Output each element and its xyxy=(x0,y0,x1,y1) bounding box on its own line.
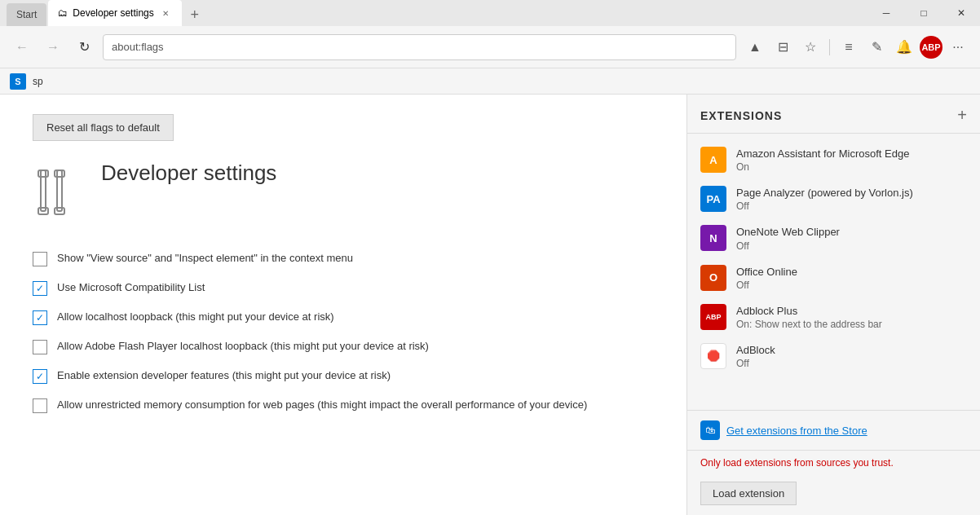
maximize-button[interactable]: □ xyxy=(905,0,942,26)
tab-developer-settings-label: Developer settings xyxy=(73,7,153,19)
cursor-icon[interactable]: ▲ xyxy=(743,35,767,59)
title-bar: Start 🗂 Developer settings ✕ + ─ □ ✕ xyxy=(0,0,980,26)
setting-item: Show "View source" and "Inspect element"… xyxy=(33,250,654,266)
extension-name-5: AdBlock xyxy=(736,343,967,358)
extension-item-2[interactable]: NOneNote Web ClipperOff xyxy=(687,218,980,258)
extension-item-4[interactable]: ABPAdblock PlusOn: Show next to the addr… xyxy=(687,297,980,337)
url-text: about:flags xyxy=(112,41,164,53)
back-button[interactable]: ← xyxy=(10,35,34,59)
svg-rect-4 xyxy=(55,170,64,177)
setting-label-unrestricted-memory[interactable]: Allow unrestricted memory consumption fo… xyxy=(57,397,587,413)
tab-developer-settings[interactable]: 🗂 Developer settings ✕ xyxy=(48,0,181,26)
abp-icon[interactable]: ABP xyxy=(920,36,942,59)
extensions-add-button[interactable]: + xyxy=(957,106,967,125)
extension-info-3: Office OnlineOff xyxy=(736,265,967,291)
checkbox-extension-developer[interactable] xyxy=(33,369,47,384)
extension-icon-2: N xyxy=(700,225,726,251)
page-title: Developer settings xyxy=(101,161,276,186)
extensions-title: EXTENSIONS xyxy=(700,109,782,122)
extensions-warning: Only load extensions from sources you tr… xyxy=(687,450,980,475)
extension-status-4: On: Show next to the address bar xyxy=(736,319,967,330)
extension-status-2: Off xyxy=(736,240,967,252)
setting-label-extension-developer[interactable]: Enable extension developer features (thi… xyxy=(57,368,391,384)
favorites-icon[interactable]: ☆ xyxy=(798,35,823,59)
window-controls: ─ □ ✕ xyxy=(867,0,980,26)
extension-status-5: Off xyxy=(736,358,967,369)
extension-icon-5: 🛑 xyxy=(700,343,726,369)
reading-view-icon[interactable]: ⊟ xyxy=(770,35,795,59)
extension-icon-3: O xyxy=(700,265,726,291)
toolbar-separator xyxy=(829,39,830,55)
setting-label-localhost-loopback[interactable]: Allow localhost loopback (this might put… xyxy=(57,309,334,325)
extension-name-0: Amazon Assistant for Microsoft Edge xyxy=(736,147,967,161)
new-tab-button[interactable]: + xyxy=(183,3,206,26)
extension-name-4: Adblock Plus xyxy=(736,304,967,319)
url-input[interactable]: about:flags xyxy=(103,34,736,60)
setting-label-adobe-flash[interactable]: Allow Adobe Flash Player localhost loopb… xyxy=(57,338,429,354)
checkbox-compatibility-list[interactable] xyxy=(33,281,47,296)
extension-status-3: Off xyxy=(736,280,967,291)
setting-label-show-view-source[interactable]: Show "View source" and "Inspect element"… xyxy=(57,250,353,266)
wrench-icon xyxy=(33,164,82,227)
setting-label-compatibility-list[interactable]: Use Microsoft Compatibility List xyxy=(57,280,205,296)
extensions-panel: EXTENSIONS + AAmazon Assistant for Micro… xyxy=(686,95,980,515)
extensions-list: AAmazon Assistant for Microsoft EdgeOnPA… xyxy=(687,134,980,410)
load-extension-button[interactable]: Load extension xyxy=(700,482,797,505)
settings-list: Show "View source" and "Inspect element"… xyxy=(33,250,654,413)
store-link-label[interactable]: Get extensions from the Store xyxy=(726,425,867,437)
minimize-button[interactable]: ─ xyxy=(867,0,905,26)
extension-info-0: Amazon Assistant for Microsoft EdgeOn xyxy=(736,147,967,173)
main-content: Reset all flags to default Developer set… xyxy=(0,95,980,515)
extension-name-1: Page Analyzer (powered by Vorlon.js) xyxy=(736,186,967,200)
extension-info-4: Adblock PlusOn: Show next to the address… xyxy=(736,304,967,330)
extension-item-1[interactable]: PAPage Analyzer (powered by Vorlon.js)Of… xyxy=(687,179,980,218)
svg-rect-1 xyxy=(38,170,48,177)
more-menu-icon[interactable]: ··· xyxy=(946,35,970,59)
close-button[interactable]: ✕ xyxy=(942,0,980,26)
notes-icon[interactable]: ✎ xyxy=(864,35,889,59)
extension-info-1: Page Analyzer (powered by Vorlon.js)Off xyxy=(736,186,967,212)
page-header: Developer settings xyxy=(33,161,654,227)
extension-status-1: Off xyxy=(736,200,967,212)
address-bar: ← → ↻ about:flags ▲ ⊟ ☆ ≡ ✎ 🔔 ABP ··· xyxy=(0,26,980,68)
notifications-icon[interactable]: 🔔 xyxy=(892,35,916,59)
tab-start[interactable]: Start xyxy=(7,3,46,26)
hub-icon[interactable]: ≡ xyxy=(837,35,861,59)
extension-item-0[interactable]: AAmazon Assistant for Microsoft EdgeOn xyxy=(687,140,980,179)
extension-item-3[interactable]: OOffice OnlineOff xyxy=(687,258,980,297)
reset-flags-button[interactable]: Reset all flags to default xyxy=(33,114,174,141)
tab-close-button[interactable]: ✕ xyxy=(159,7,172,20)
extension-info-5: AdBlockOff xyxy=(736,343,967,369)
setting-item: Use Microsoft Compatibility List xyxy=(33,280,654,296)
extension-name-3: Office Online xyxy=(736,265,967,280)
setting-item: Allow Adobe Flash Player localhost loopb… xyxy=(33,338,654,354)
checkbox-localhost-loopback[interactable] xyxy=(33,310,47,325)
tab-start-label: Start xyxy=(16,9,37,20)
setting-item: Enable extension developer features (thi… xyxy=(33,368,654,384)
tab-page-icon: 🗂 xyxy=(58,7,68,19)
setting-item: Allow localhost loopback (this might put… xyxy=(33,309,654,325)
extension-item-5[interactable]: 🛑AdBlockOff xyxy=(687,337,980,376)
extensions-header: EXTENSIONS + xyxy=(687,95,980,134)
extension-icon-4: ABP xyxy=(700,304,726,330)
tab-bar: Start 🗂 Developer settings ✕ + xyxy=(7,0,867,26)
favorites-site-icon: S xyxy=(10,73,26,90)
refresh-button[interactable]: ↻ xyxy=(72,35,96,59)
store-icon: 🛍 xyxy=(700,420,720,440)
favorites-label: sp xyxy=(33,76,43,87)
forward-button[interactable]: → xyxy=(41,35,65,59)
extension-status-0: On xyxy=(736,161,967,173)
checkbox-unrestricted-memory[interactable] xyxy=(33,398,47,413)
extension-icon-1: PA xyxy=(700,186,726,212)
extension-info-2: OneNote Web ClipperOff xyxy=(736,225,967,251)
favorites-bar: S sp xyxy=(0,68,980,95)
setting-item: Allow unrestricted memory consumption fo… xyxy=(33,397,654,413)
extension-name-2: OneNote Web Clipper xyxy=(736,225,967,240)
checkbox-show-view-source[interactable] xyxy=(33,252,47,266)
checkbox-adobe-flash[interactable] xyxy=(33,340,47,354)
toolbar-icons: ▲ ⊟ ☆ ≡ ✎ 🔔 ABP ··· xyxy=(743,35,970,59)
page-content: Reset all flags to default Developer set… xyxy=(0,95,686,515)
extensions-store-link[interactable]: 🛍 Get extensions from the Store xyxy=(687,410,980,450)
extension-icon-0: A xyxy=(700,147,726,173)
